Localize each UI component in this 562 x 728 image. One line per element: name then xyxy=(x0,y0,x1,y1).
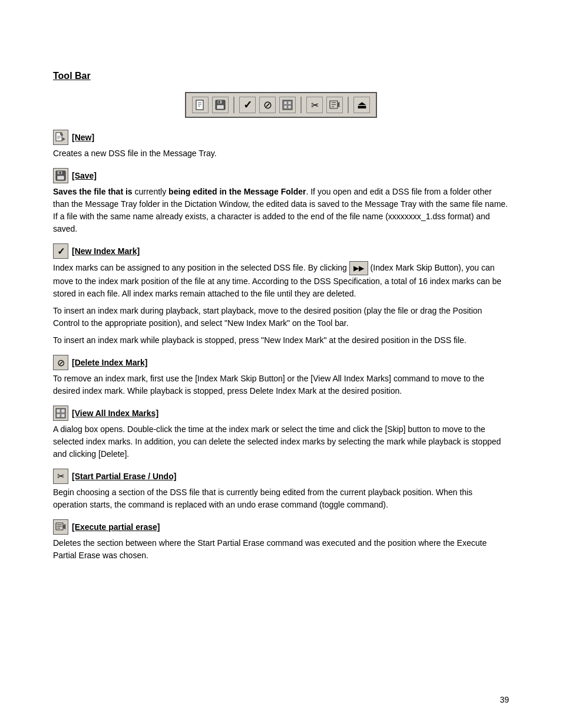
item-execute-partial-erase-header: [Execute partial erase] xyxy=(53,519,509,535)
item-save-header: [Save] xyxy=(53,168,509,183)
item-save-label: [Save] xyxy=(72,171,97,180)
item-start-partial-erase: ✂ [Start Partial Erase / Undo] Begin cho… xyxy=(53,469,509,511)
item-start-partial-erase-header: ✂ [Start Partial Erase / Undo] xyxy=(53,469,509,484)
svg-rect-11 xyxy=(284,106,287,108)
svg-rect-28 xyxy=(57,409,60,413)
toolbar-check-btn[interactable]: ✓ xyxy=(239,97,256,113)
item-start-partial-erase-label: [Start Partial Erase / Undo] xyxy=(72,472,176,481)
toolbar-upload-btn[interactable]: ⏏ xyxy=(353,97,370,113)
svg-rect-7 xyxy=(219,101,220,103)
svg-rect-9 xyxy=(284,101,287,104)
item-new-label: [New] xyxy=(72,133,94,142)
toolbar-save-btn[interactable] xyxy=(212,97,229,113)
item-new-header: [New] xyxy=(53,130,509,145)
item-delete-index-mark: ⊘ [Delete Index Mark] To remove an index… xyxy=(53,355,509,397)
svg-rect-25 xyxy=(57,176,64,180)
item-view-all-index-marks: [View All Index Marks] A dialog box open… xyxy=(53,406,509,460)
toolbar-new-btn[interactable] xyxy=(192,97,209,113)
item-view-all-index-marks-header: [View All Index Marks] xyxy=(53,406,509,421)
item-new-index-mark-header: ✓ [New Index Mark] xyxy=(53,243,509,259)
toolbar-execute-erase-btn[interactable] xyxy=(326,97,343,113)
item-save: [Save] Saves the file that is currently … xyxy=(53,168,509,235)
toolbar-partial-erase-btn[interactable]: ✂ xyxy=(306,97,323,113)
view-all-index-marks-icon xyxy=(53,406,68,421)
delete-index-mark-icon: ⊘ xyxy=(53,355,68,370)
svg-rect-6 xyxy=(217,105,224,109)
toolbar-box: ✓ ⊘ ✂ xyxy=(185,92,377,118)
item-new-index-mark-desc: Index marks can be assigned to any posit… xyxy=(53,261,509,347)
start-partial-erase-icon: ✂ xyxy=(53,469,68,484)
item-delete-index-mark-header: ⊘ [Delete Index Mark] xyxy=(53,355,509,370)
toolbar-sep3 xyxy=(348,97,349,113)
page-number: 39 xyxy=(500,695,509,704)
toolbar-sep2 xyxy=(300,97,302,113)
svg-rect-0 xyxy=(196,100,203,110)
new-index-mark-icon: ✓ xyxy=(53,243,68,259)
item-delete-index-mark-desc: To remove an index mark, first use the [… xyxy=(53,373,509,397)
svg-rect-31 xyxy=(61,414,65,417)
svg-rect-12 xyxy=(288,106,291,108)
toolbar-delete-btn[interactable]: ⊘ xyxy=(259,97,276,113)
item-new-desc: Creates a new DSS file in the Message Tr… xyxy=(53,147,509,160)
svg-rect-26 xyxy=(59,172,61,174)
item-execute-partial-erase-label: [Execute partial erase] xyxy=(72,522,160,532)
index-skip-btn: ▶▶ xyxy=(349,261,368,275)
svg-rect-30 xyxy=(57,414,60,417)
item-execute-partial-erase-desc: Deletes the section between where the St… xyxy=(53,537,509,562)
toolbar-sep1 xyxy=(233,97,234,113)
item-view-all-index-marks-label: [View All Index Marks] xyxy=(72,409,158,418)
toolbar-view-btn[interactable] xyxy=(279,97,296,113)
item-execute-partial-erase: [Execute partial erase] Deletes the sect… xyxy=(53,519,509,562)
item-save-desc: Saves the file that is currently being e… xyxy=(53,186,509,235)
new-icon xyxy=(53,130,68,145)
item-new-index-mark-label: [New Index Mark] xyxy=(72,246,140,256)
svg-rect-10 xyxy=(288,101,291,104)
svg-rect-29 xyxy=(61,409,65,413)
item-view-all-index-marks-desc: A dialog box opens. Double-click the tim… xyxy=(53,423,509,460)
item-new-index-mark: ✓ [New Index Mark] Index marks can be as… xyxy=(53,243,509,347)
execute-partial-erase-icon xyxy=(53,519,68,535)
page-title: Tool Bar xyxy=(53,71,509,81)
toolbar-image: ✓ ⊘ ✂ xyxy=(53,92,509,118)
item-start-partial-erase-desc: Begin choosing a section of the DSS file… xyxy=(53,486,509,511)
page: Tool Bar xyxy=(0,0,562,728)
item-new: [New] Creates a new DSS file in the Mess… xyxy=(53,130,509,160)
save-icon xyxy=(53,168,68,183)
item-delete-index-mark-label: [Delete Index Mark] xyxy=(72,358,147,367)
